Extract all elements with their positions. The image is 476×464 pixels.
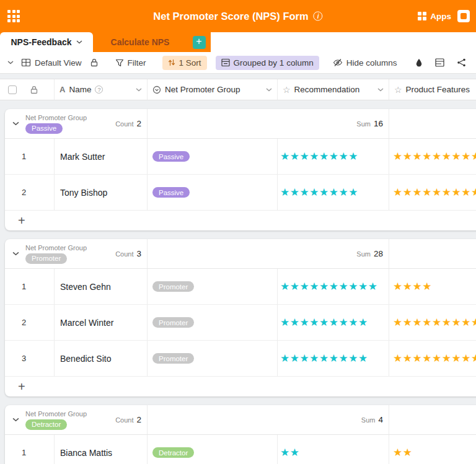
row-number-cell[interactable]: 2 [5,305,55,340]
add-row-button[interactable]: + [5,377,476,396]
cell-group[interactable]: Promoter [148,341,278,376]
column-header-product-features[interactable]: ☆ Product Features [389,79,476,100]
cell-name[interactable]: Tony Bishop [55,175,148,210]
cell-recommendation[interactable]: ★★★★★★★★★ [278,341,389,376]
table-row[interactable]: 1 Mark Sutter Passive ★★★★★★★★ ★★★★★★★★★… [5,139,476,175]
star-field-icon: ☆ [283,85,291,95]
group-sum: Sum 16 [148,109,389,138]
collapse-group-icon[interactable] [12,252,19,256]
row-group-badge: Detractor [152,447,194,458]
group-header-spacer [389,109,476,138]
group-sum-label: Sum [356,250,371,258]
add-row-button[interactable]: + [5,211,476,230]
select-all-checkbox[interactable] [8,85,17,94]
group-rows: 1 Steven Gehn Promoter ★★★★★★★★★★ ★★★★ 2… [5,269,476,377]
cell-recommendation[interactable]: ★★★★★★★★★★ [278,269,389,304]
group-count-value: 2 [136,119,141,128]
add-table-button[interactable]: + [193,36,206,49]
cell-group[interactable]: Detractor [148,435,278,464]
row-number: 2 [22,318,26,327]
group-rows: 1 Mark Sutter Passive ★★★★★★★★ ★★★★★★★★★… [5,139,476,211]
cell-recommendation[interactable]: ★★★★★★★★ [278,139,389,174]
table-row[interactable]: 3 Benedict Sito Promoter ★★★★★★★★★ ★★★★★… [5,341,476,377]
sort-button[interactable]: 1 Sort [162,56,207,70]
collapse-group-icon[interactable] [12,121,19,126]
tab-calculate-nps[interactable]: Calculate NPS [93,32,187,52]
cell-product-features[interactable]: ★★★★★★★★★★ [389,175,476,210]
plugin-icon[interactable] [457,10,470,22]
cell-product-features[interactable]: ★★★★★★★★★★ [389,139,476,174]
info-icon[interactable]: i [314,12,323,21]
chevron-down-icon[interactable] [377,88,384,92]
cell-group[interactable]: Passive [148,139,278,174]
cell-name[interactable]: Mark Sutter [55,139,148,174]
table-row[interactable]: 2 Tony Bishop Passive ★★★★★★★★ ★★★★★★★★★… [5,175,476,211]
group-badge: Passive [25,123,63,134]
table-row[interactable]: 2 Marcel Winter Promoter ★★★★★★★★★ ★★★★★… [5,305,476,341]
tab-nps-feedback[interactable]: NPS-Feedback [0,32,93,52]
cell-recommendation[interactable]: ★★ [278,435,389,464]
table-view-icon [21,58,31,68]
collapse-group-icon[interactable] [12,418,19,422]
cell-name[interactable]: Bianca Mattis [55,435,148,464]
row-number-cell[interactable]: 1 [5,269,55,304]
group-header-left: Net Promoter Group Detractor Count 2 [5,405,148,434]
cell-name[interactable]: Marcel Winter [55,305,148,340]
group-header-spacer [389,239,476,268]
cell-recommendation[interactable]: ★★★★★★★★ [278,175,389,210]
chevron-down-icon[interactable] [136,88,142,92]
product-features-stars: ★★ [393,447,412,458]
sort-icon [168,59,175,66]
group-sum-label: Sum [356,120,371,128]
app-grid-menu-icon[interactable] [6,9,21,24]
row-number: 1 [22,282,26,291]
cell-product-features[interactable]: ★★★★★★★★★★ [389,341,476,376]
row-selector-header [0,79,55,100]
row-number: 3 [22,354,26,363]
column-header-recommendation[interactable]: ☆ Recommendation [278,79,389,100]
group-button[interactable]: Grouped by 1 column [216,56,319,70]
row-number: 1 [22,448,26,457]
share-icon[interactable] [457,58,466,67]
group-count-value: 3 [136,249,141,258]
view-name: Default View [35,58,82,68]
cell-product-features[interactable]: ★★★★ [389,269,476,304]
apps-button-label: Apps [430,12,451,21]
table-row[interactable]: 1 Steven Gehn Promoter ★★★★★★★★★★ ★★★★ [5,269,476,305]
cell-name[interactable]: Benedict Sito [55,341,148,376]
group-count-value: 2 [136,415,141,424]
view-selector[interactable]: Default View [17,55,86,70]
lock-icon[interactable] [90,58,98,67]
recommendation-stars: ★★★★★★★★ [280,151,358,162]
cell-name[interactable]: Steven Gehn [55,269,148,304]
row-height-icon[interactable] [435,58,444,67]
cell-group[interactable]: Passive [148,175,278,210]
cell-product-features[interactable]: ★★★★★★★★★★ [389,305,476,340]
apps-button[interactable]: Apps [418,12,451,21]
group-header: Net Promoter Group Promoter Count 3 Sum … [5,239,476,269]
cell-recommendation[interactable]: ★★★★★★★★★ [278,305,389,340]
cell-group[interactable]: Promoter [148,269,278,304]
hide-columns-button[interactable]: Hide columns [329,56,401,70]
recommendation-stars: ★★ [280,447,299,458]
column-header-group[interactable]: Net Promoter Group [148,79,278,100]
single-select-field-icon [152,85,161,94]
row-group-badge: Passive [152,151,190,162]
group-header-left: Net Promoter Group Promoter Count 3 [5,239,148,268]
table-row[interactable]: 1 Bianca Mattis Detractor ★★ ★★ [5,435,476,464]
filter-button[interactable]: Filter [112,56,150,70]
row-number-cell[interactable]: 2 [5,175,55,210]
header-actions: Apps [418,10,470,22]
row-number-cell[interactable]: 1 [5,139,55,174]
cell-group[interactable]: Promoter [148,305,278,340]
recommendation-stars: ★★★★★★★★★★ [280,281,377,292]
recommendation-stars: ★★★★★★★★ [280,187,358,198]
row-number-cell[interactable]: 3 [5,341,55,376]
chevron-down-icon[interactable] [266,88,272,92]
cell-product-features[interactable]: ★★ [389,435,476,464]
group-field-label: Net Promoter Group [25,410,87,418]
column-header-name[interactable]: A Name ? [55,79,148,100]
color-droplet-icon[interactable] [415,58,423,67]
row-number-cell[interactable]: 1 [5,435,55,464]
chevron-down-icon[interactable] [7,61,14,64]
